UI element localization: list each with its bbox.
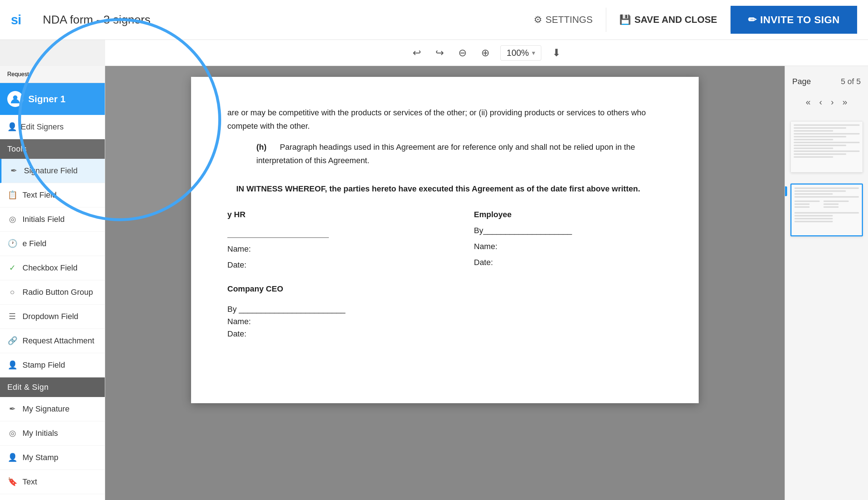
tool-item-my-initials[interactable]: ◎ My Initials — [0, 421, 105, 446]
para-2-text: Paragraph headings used in this Agreemen… — [256, 142, 635, 165]
stamp-field-icon: 👤 — [7, 360, 17, 370]
save-icon: 💾 — [619, 14, 631, 25]
initials-field-icon: ◎ — [7, 215, 17, 224]
save-close-button[interactable]: 💾 SAVE AND CLOSE — [606, 8, 731, 32]
tool-item-date[interactable]: 🕐 e Field — [0, 232, 105, 256]
tl — [794, 196, 859, 198]
settings-icon: ⚙ — [534, 14, 542, 25]
text-field-label: Text Field — [22, 190, 57, 200]
main-layout: Request Signer 1 👤 Edit Signers Tools ✒ … — [0, 66, 868, 500]
tl — [823, 206, 839, 208]
tool-item-attachment[interactable]: 🔗 Request Attachment — [0, 329, 105, 353]
ceo-section: Company CEO By ________________________ … — [227, 284, 662, 339]
invite-to-sign-button[interactable]: ✏ INVITE TO SIGN — [731, 6, 857, 34]
edit-signers-icon: 👤 — [7, 122, 17, 132]
redo-button[interactable]: ↪ — [432, 43, 447, 62]
tool-item-checkbox[interactable]: ✓ Checkbox Field — [0, 256, 105, 280]
next-page-button[interactable]: › — [828, 96, 837, 109]
save-close-label: SAVE AND CLOSE — [635, 14, 717, 25]
tl — [794, 190, 846, 192]
last-page-button[interactable]: » — [840, 96, 850, 109]
invite-icon: ✏ — [748, 14, 757, 26]
thumbnails-header: Page 5 of 5 — [789, 73, 864, 90]
signer-header[interactable]: Signer 1 — [0, 83, 105, 115]
thumbnail-wrapper-5: 5 — [790, 183, 863, 236]
hr-name: Name: — [227, 244, 329, 254]
tool-item-stamp[interactable]: 👤 Stamp Field — [0, 353, 105, 377]
tool-item-initials[interactable]: ◎ Initials Field — [0, 207, 105, 232]
request-tab[interactable]: Request — [0, 66, 105, 83]
thumbnail-wrapper-4: 4 — [790, 121, 863, 173]
witness-text: IN WITNESS WHEREOF, the parties hereto h… — [227, 182, 662, 195]
signer-name: Signer 1 — [28, 94, 66, 105]
page-count-display: 5 of 5 — [841, 77, 861, 86]
thumbnail-5[interactable] — [790, 183, 863, 236]
employee-label: Employee — [474, 210, 572, 219]
hr-date: Date: — [227, 260, 329, 270]
checkbox-field-label: Checkbox Field — [22, 263, 78, 273]
tool-item-radio[interactable]: ○ Radio Button Group — [0, 280, 105, 305]
zoom-dropdown-arrow: ▾ — [532, 49, 535, 57]
thumbnail-number-5: 5 — [785, 186, 787, 196]
undo-button[interactable]: ↩ — [409, 43, 425, 62]
tool-item-my-stamp[interactable]: 👤 My Stamp — [0, 446, 105, 470]
edit-signers-button[interactable]: 👤 Edit Signers — [0, 115, 105, 139]
settings-label: SETTINGS — [546, 14, 593, 25]
tl — [794, 150, 860, 152]
my-stamp-label: My Stamp — [22, 453, 58, 462]
edit-signers-label: Edit Signers — [21, 122, 64, 132]
attachment-field-icon: 🔗 — [7, 336, 17, 346]
request-tab-label: Request — [7, 71, 29, 78]
tool-item-dropdown[interactable]: ☰ Dropdown Field — [0, 305, 105, 329]
employee-date: Date: — [474, 258, 572, 267]
my-initials-icon: ◎ — [7, 429, 17, 438]
thumbnail-4[interactable] — [790, 121, 863, 173]
hr-sig-col: y HR Name: Date: — [227, 210, 329, 270]
tools-section-header: Tools — [0, 139, 105, 159]
employee-sig-col: Employee By____________________ Name: Da… — [474, 210, 572, 270]
date-field-label: e Field — [22, 239, 46, 248]
tl — [794, 142, 860, 143]
hr-sig-line — [227, 237, 329, 238]
tool-item-my-signature[interactable]: ✒ My Signature — [0, 397, 105, 421]
my-stamp-icon: 👤 — [7, 453, 17, 462]
ceo-sig-fields: By ________________________ Name: Date: — [227, 305, 662, 339]
text-sign-label: Text — [22, 477, 37, 487]
tl — [794, 139, 833, 140]
settings-button[interactable]: ⚙ SETTINGS — [521, 8, 606, 32]
download-button[interactable]: ⬇ — [549, 43, 564, 62]
tool-item-text[interactable]: 📋 Text Field — [0, 183, 105, 207]
first-page-button[interactable]: « — [803, 96, 813, 109]
attachment-field-label: Request Attachment — [22, 336, 94, 346]
zoom-selector[interactable]: 100% ▾ — [500, 45, 541, 61]
document-toolbar: ↩ ↪ ⊖ ⊕ 100% ▾ ⬇ — [105, 40, 868, 66]
my-signature-label: My Signature — [22, 404, 70, 414]
page-label-word: Page — [792, 77, 811, 86]
tool-item-text-sign[interactable]: 🔖 Text — [0, 470, 105, 494]
para-2-label: (h) — [256, 142, 266, 152]
top-bar-actions: ⚙ SETTINGS 💾 SAVE AND CLOSE ✏ INVITE TO … — [521, 6, 857, 34]
tool-item-signature[interactable]: ✒ Signature Field — [0, 159, 105, 183]
tl — [794, 153, 847, 155]
my-signature-icon: ✒ — [7, 404, 17, 414]
thumbnail-5-content — [791, 185, 862, 235]
prev-page-button[interactable]: ‹ — [817, 96, 825, 109]
thumb-sig-row — [794, 201, 859, 209]
document-page: are or may be competitive with the produ… — [191, 77, 699, 403]
ceo-date: Date: — [227, 329, 662, 339]
para-1: are or may be competitive with the produ… — [227, 106, 662, 133]
zoom-out-button[interactable]: ⊖ — [455, 43, 470, 62]
tl — [794, 145, 847, 146]
dropdown-field-label: Dropdown Field — [22, 312, 78, 321]
document-area[interactable]: are or may be competitive with the produ… — [105, 66, 785, 500]
signature-field-label: Signature Field — [24, 166, 78, 175]
tl — [794, 215, 833, 216]
tl — [794, 127, 847, 129]
tl — [794, 133, 860, 135]
edit-sign-section-header: Edit & Sign — [0, 377, 105, 397]
zoom-in-button[interactable]: ⊕ — [478, 43, 493, 62]
tl — [794, 187, 859, 189]
text-field-icon: 📋 — [7, 190, 17, 200]
employee-name: Name: — [474, 242, 572, 251]
dropdown-field-icon: ☰ — [7, 312, 17, 321]
